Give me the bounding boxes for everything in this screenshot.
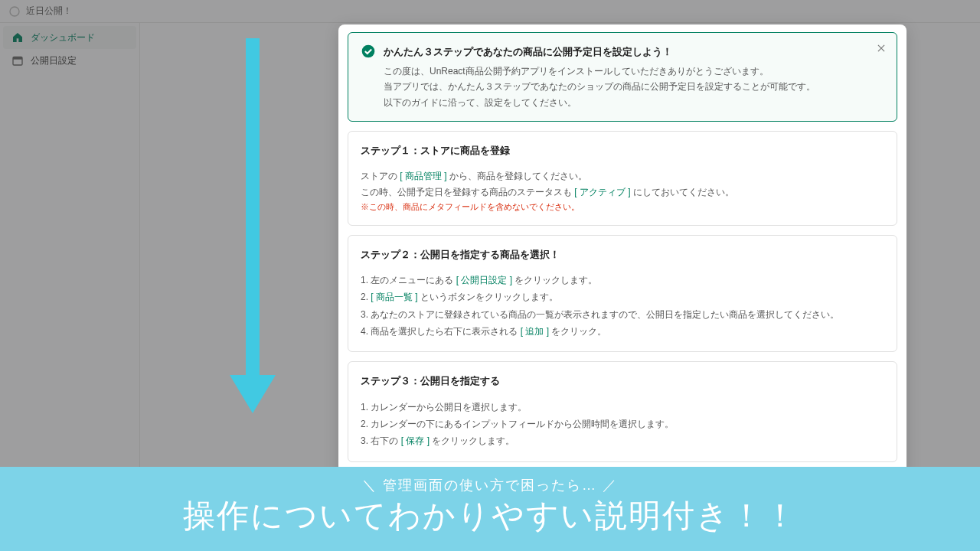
product-list-link[interactable]: [ 商品一覧 ] xyxy=(371,292,417,302)
check-circle-icon xyxy=(361,44,376,59)
step3-card: ステップ３：公開日を指定する カレンダーから公開日を選択します。 カレンダーの下… xyxy=(348,361,897,461)
active-status-link[interactable]: [ アクティブ ] xyxy=(574,187,630,197)
step2-heading: ステップ２：公開日を指定する商品を選択！ xyxy=(361,246,884,263)
guide-modal: かんたん３ステップであなたの商品に公開予定日を設定しよう！ この度は、UnRea… xyxy=(338,24,906,539)
scroll-arrow-icon xyxy=(230,38,276,413)
step1-card: ステップ１：ストアに商品を登録 ストアの [ 商品管理 ] から、商品を登録して… xyxy=(348,131,897,226)
publish-settings-link[interactable]: [ 公開日設定 ] xyxy=(456,275,512,285)
banner-subtitle: ＼ 管理画面の使い方で困ったら… ／ xyxy=(0,476,980,494)
step1-heading: ステップ１：ストアに商品を登録 xyxy=(361,142,884,159)
step2-card: ステップ２：公開日を指定する商品を選択！ 左のメニューにある [ 公開日設定 ]… xyxy=(348,235,897,353)
promo-banner: ＼ 管理画面の使い方で困ったら… ／ 操作についてわかりやすい説明付き！！ xyxy=(0,467,980,551)
banner-title: 操作についてわかりやすい説明付き！！ xyxy=(0,494,980,537)
intro-body: この度は、UnReact商品公開予約アプリをインストールしていただきありがとうご… xyxy=(384,64,815,110)
svg-point-5 xyxy=(362,45,375,58)
close-button[interactable] xyxy=(874,41,889,56)
save-link[interactable]: [ 保存 ] xyxy=(401,435,430,446)
add-link[interactable]: [ 追加 ] xyxy=(521,326,549,337)
svg-marker-4 xyxy=(230,375,276,413)
intro-title: かんたん３ステップであなたの商品に公開予定日を設定しよう！ xyxy=(384,44,815,60)
step1-note: ※この時、商品にメタフィールドを含めないでください。 xyxy=(361,200,884,214)
intro-card: かんたん３ステップであなたの商品に公開予定日を設定しよう！ この度は、UnRea… xyxy=(348,32,897,122)
step3-heading: ステップ３：公開日を指定する xyxy=(361,373,884,390)
products-link[interactable]: [ 商品管理 ] xyxy=(400,171,446,181)
